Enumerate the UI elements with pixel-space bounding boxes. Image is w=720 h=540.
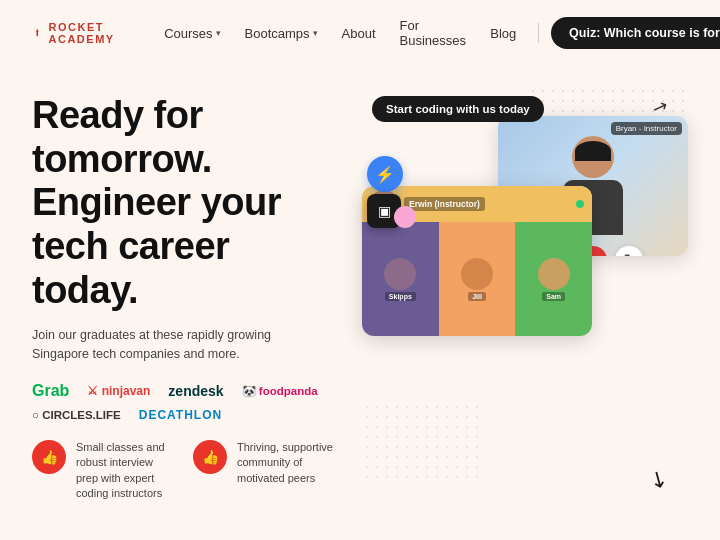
logo-icon [32,24,43,42]
features: 👍 Small classes and robust interview pre… [32,440,342,502]
nav-blog[interactable]: Blog [480,20,526,47]
start-coding-badge: Start coding with us today [372,96,544,122]
online-indicator [576,200,584,208]
company-zendesk: zendesk [168,383,223,399]
company-circles: ○ CIRCLES.LIFE [32,409,121,421]
company-decathlon: DECATHLON [139,408,222,422]
student-cell-2: Jill [439,222,516,336]
student-cell-3: Sam [515,222,592,336]
nav-bootcamps[interactable]: Bootcamps ▾ [235,20,328,47]
left-column: Ready for tomorrow. Engineer your tech c… [32,86,342,502]
student-avatar-1 [384,258,416,290]
student-name-2: Jill [468,292,486,301]
hero-subtitle: Join our graduates at these rapidly grow… [32,326,292,364]
instructor-head [572,136,614,178]
quiz-button[interactable]: Quiz: Which course is for you? [551,17,720,49]
float-icon-pink [394,206,416,228]
company-grab: Grab [32,382,69,400]
company-ninjavan: ⚔ ninjavan [87,384,150,398]
hero-title: Ready for tomorrow. Engineer your tech c… [32,94,342,312]
feature-item-1: 👍 Small classes and robust interview pre… [32,440,177,502]
nav-divider [538,23,539,43]
nav-for-businesses[interactable]: For Businesses [390,12,477,54]
company-foodpanda: 🐼 foodpanda [242,384,318,398]
chevron-down-icon: ▾ [216,28,221,38]
student-avatar-3 [538,258,570,290]
nav-about[interactable]: About [332,20,386,47]
main-content: Ready for tomorrow. Engineer your tech c… [0,66,720,502]
student-cells: Skipps Jill Sam [362,222,592,336]
right-column: Start coding with us today ↗ ⚡ ▣ Bryan -… [362,86,688,502]
student-name-3: Sam [542,292,565,301]
nav-links: Courses ▾ Bootcamps ▾ About For Business… [154,12,720,54]
feature-item-2: 👍 Thriving, supportive community of moti… [193,440,338,502]
feature-icon-2: 👍 [193,440,227,474]
feature-text-1: Small classes and robust interview prep … [76,440,177,502]
dot-grid-bottom [362,402,482,482]
chevron-down-icon: ▾ [313,28,318,38]
instructor-label: Bryan - Instructor [611,122,682,135]
student-name-1: Skipps [385,292,416,301]
logo[interactable]: ROCKET ACADEMY [32,21,122,45]
student-cell-1: Skipps [362,222,439,336]
float-icon-blue: ⚡ [367,156,403,192]
svg-rect-1 [36,31,38,36]
nav-courses[interactable]: Courses ▾ [154,20,230,47]
student-avatar-2 [461,258,493,290]
group-instructor-label: Erwin (Instructor) [404,197,485,211]
feature-text-2: Thriving, supportive community of motiva… [237,440,338,486]
camera-button[interactable]: 🎥 [615,246,643,256]
navbar: ROCKET ACADEMY Courses ▾ Bootcamps ▾ Abo… [0,0,720,66]
company-logos: Grab ⚔ ninjavan zendesk 🐼 foodpanda ○ CI… [32,382,342,422]
feature-icon-1: 👍 [32,440,66,474]
logo-text: ROCKET ACADEMY [49,21,123,45]
arrow-left-icon: ↙ [645,463,674,495]
